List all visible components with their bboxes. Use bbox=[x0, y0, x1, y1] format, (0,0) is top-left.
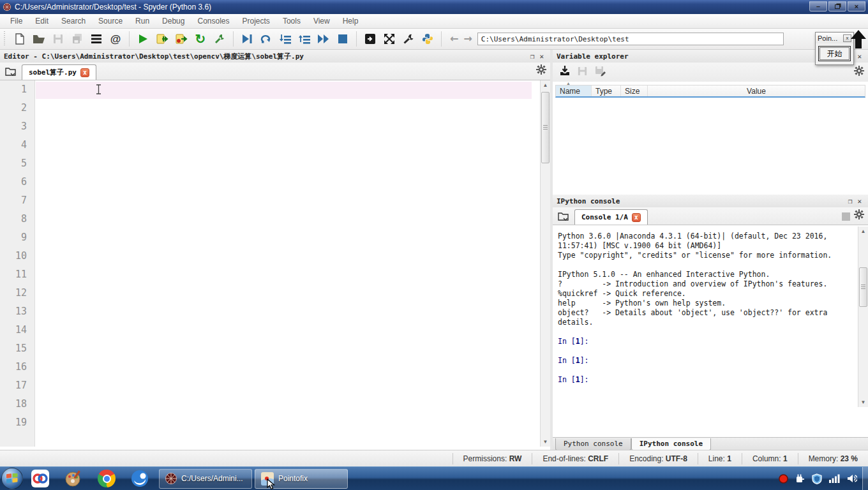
import-data-button[interactable] bbox=[559, 65, 571, 79]
maximize-pane-button[interactable] bbox=[361, 30, 379, 48]
console-options-button[interactable] bbox=[854, 209, 864, 222]
menu-item[interactable]: Run bbox=[129, 15, 156, 27]
close-button[interactable]: × bbox=[848, 1, 865, 11]
menu-item[interactable]: Edit bbox=[29, 15, 55, 27]
menu-item[interactable]: Source bbox=[92, 15, 129, 27]
console-tab[interactable]: Console 1/A x bbox=[574, 209, 648, 225]
browse-tabs-button[interactable] bbox=[555, 209, 572, 223]
tab-python-console[interactable]: Python console bbox=[555, 438, 631, 450]
network-signal-icon[interactable] bbox=[829, 474, 840, 483]
scroll-up-icon[interactable]: ▲ bbox=[541, 80, 550, 90]
working-directory-input[interactable] bbox=[477, 33, 784, 45]
record-indicator-icon[interactable] bbox=[779, 474, 788, 484]
save-data-button[interactable] bbox=[577, 66, 588, 79]
configure-button[interactable] bbox=[211, 30, 228, 48]
tab-close-button[interactable]: x bbox=[632, 213, 641, 222]
run-cell-advance-button[interactable] bbox=[172, 30, 190, 48]
undock-icon[interactable]: ❐ bbox=[846, 197, 855, 205]
restore-button[interactable] bbox=[828, 1, 846, 11]
close-pane-icon[interactable]: ✕ bbox=[855, 52, 864, 61]
variable-table-body[interactable] bbox=[555, 99, 865, 192]
menu-item[interactable]: Search bbox=[55, 15, 92, 27]
undock-icon[interactable]: ❐ bbox=[528, 52, 537, 61]
volume-icon[interactable] bbox=[847, 474, 857, 483]
close-pane-icon[interactable]: ✕ bbox=[855, 197, 864, 205]
console-output[interactable]: Python 3.6.0 |Anaconda 4.3.1 (64-bit)| (… bbox=[553, 226, 859, 407]
run-file-button[interactable] bbox=[134, 30, 152, 48]
file-switcher-button[interactable] bbox=[87, 30, 105, 48]
editor-scrollbar[interactable]: ▲ ▼ bbox=[540, 80, 550, 447]
tab-ipython-console[interactable]: IPython console bbox=[631, 438, 711, 450]
menu-item[interactable]: File bbox=[4, 15, 29, 27]
preferences-button[interactable] bbox=[400, 30, 417, 48]
column-header-value[interactable]: Value bbox=[648, 85, 865, 96]
line-number: 14 bbox=[0, 321, 34, 339]
symbol-finder-button[interactable]: @ bbox=[107, 30, 124, 48]
scroll-up-icon[interactable]: ▲ bbox=[858, 226, 868, 236]
menu-item[interactable]: Projects bbox=[236, 15, 276, 27]
back-arrow-button[interactable]: ← bbox=[450, 34, 458, 44]
pointofix-title: Poin... bbox=[818, 34, 837, 42]
step-return-button[interactable] bbox=[296, 30, 313, 48]
menu-item[interactable]: Help bbox=[336, 15, 365, 27]
minimize-button[interactable]: – bbox=[809, 1, 827, 11]
menu-item[interactable]: Debug bbox=[156, 15, 191, 27]
open-file-button[interactable] bbox=[30, 30, 48, 48]
save-data-as-button[interactable] bbox=[594, 65, 607, 79]
taskbar-task-pointofix[interactable]: Pointofix bbox=[255, 469, 348, 489]
scroll-down-icon[interactable]: ▼ bbox=[541, 437, 550, 447]
power-plug-icon[interactable] bbox=[795, 473, 805, 484]
taskbar-icon-chrome[interactable] bbox=[90, 467, 123, 490]
pointofix-window[interactable]: Poin... x 开始 bbox=[815, 32, 854, 65]
taskbar-icon-browser[interactable] bbox=[123, 467, 156, 490]
start-button[interactable] bbox=[0, 467, 24, 490]
up-arrow-icon bbox=[850, 30, 867, 49]
interrupt-kernel-button[interactable] bbox=[842, 212, 850, 221]
menu-item[interactable]: Consoles bbox=[191, 15, 236, 27]
stop-debug-button[interactable] bbox=[334, 30, 352, 48]
forward-arrow-button[interactable]: → bbox=[463, 34, 472, 44]
fullscreen-button[interactable] bbox=[380, 30, 398, 48]
code-editor[interactable]: 12345678910111213141516171819 bbox=[0, 80, 540, 447]
toolbar-separator bbox=[441, 31, 442, 47]
tab-close-button[interactable]: x bbox=[80, 68, 89, 77]
show-desktop-button[interactable] bbox=[862, 467, 868, 490]
console-pane-title: IPython console bbox=[557, 197, 620, 205]
column-header-size[interactable]: Size bbox=[621, 85, 648, 96]
step-button[interactable] bbox=[257, 30, 275, 48]
column-header-name[interactable]: ▲Name bbox=[556, 85, 592, 96]
column-header-type[interactable]: Type bbox=[592, 85, 621, 96]
new-file-button[interactable] bbox=[11, 30, 29, 48]
title-bar[interactable]: C:/Users/Administrator/Desktop/test - Sp… bbox=[0, 0, 868, 14]
run-cell-button[interactable] bbox=[153, 30, 171, 48]
scroll-down-icon[interactable]: ▼ bbox=[858, 397, 868, 407]
main-toolbar: @ ↻ bbox=[0, 29, 868, 50]
editor-options-button[interactable] bbox=[536, 64, 546, 77]
pointofix-titlebar[interactable]: Poin... x bbox=[816, 33, 853, 43]
variable-explorer-options-button[interactable] bbox=[854, 66, 864, 78]
line-number: 5 bbox=[0, 154, 34, 173]
step-into-button[interactable] bbox=[276, 30, 294, 48]
toolbar-separator bbox=[129, 31, 130, 47]
taskbar-icon-app1[interactable] bbox=[24, 467, 57, 490]
continue-button[interactable] bbox=[315, 30, 333, 48]
editor-scrollbar-thumb[interactable] bbox=[541, 92, 550, 163]
menu-item[interactable]: View bbox=[307, 15, 336, 27]
console-scrollbar[interactable]: ▲ ▼ bbox=[858, 226, 868, 407]
console-scrollbar-thumb[interactable] bbox=[859, 267, 867, 307]
status-bar: Permissions: RW End-of-lines: CRLF Encod… bbox=[0, 450, 868, 466]
security-shield-icon[interactable] bbox=[812, 473, 822, 484]
close-pane-icon[interactable]: ✕ bbox=[537, 52, 546, 61]
pointofix-start-button[interactable]: 开始 bbox=[818, 46, 851, 61]
python-path-button[interactable] bbox=[419, 30, 437, 48]
menu-item[interactable]: Tools bbox=[276, 15, 307, 27]
save-all-button[interactable] bbox=[68, 30, 86, 48]
rerun-cell-button[interactable]: ↻ bbox=[191, 30, 209, 48]
taskbar-icon-paint[interactable] bbox=[57, 467, 90, 490]
debug-file-button[interactable] bbox=[238, 30, 256, 48]
taskbar-task-spyder[interactable]: C:/Users/Admini... bbox=[159, 469, 252, 489]
save-button[interactable] bbox=[49, 30, 67, 48]
browse-tabs-button[interactable] bbox=[3, 64, 19, 78]
editor-tab-sobel[interactable]: sobel算子.py x bbox=[22, 64, 96, 80]
text-cursor-icon bbox=[96, 84, 101, 94]
